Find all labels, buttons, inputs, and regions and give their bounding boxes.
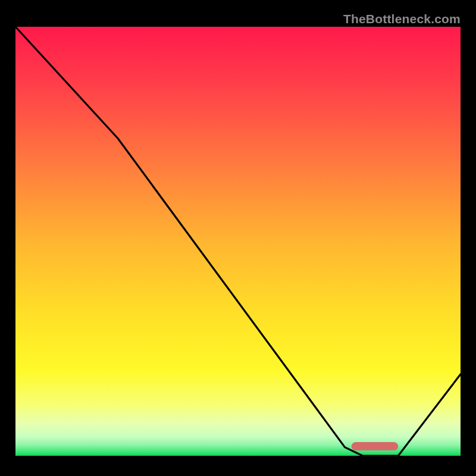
bottleneck-chart (12, 12, 464, 464)
watermark-text: TheBottleneck.com (343, 12, 461, 26)
frame-right (461, 12, 464, 464)
chart-frame: TheBottleneck.com (12, 12, 464, 464)
frame-left (12, 12, 15, 464)
gradient-background (15, 27, 461, 456)
frame-bottom (12, 456, 464, 464)
optimal-range-marker (352, 442, 399, 450)
